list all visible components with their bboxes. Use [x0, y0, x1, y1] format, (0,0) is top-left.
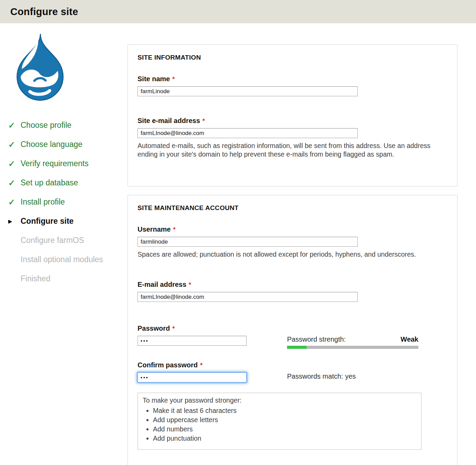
password-strength-wrap: Password strength: Weak [287, 325, 418, 349]
configure-site-form: SITE INFORMATION Site name* Site e-mail … [127, 23, 457, 465]
current-step-arrow-icon: ▶ [8, 217, 21, 225]
install-steps: ✓ Choose profile ✓ Choose language ✓ Ver… [8, 121, 127, 283]
page-header: Configure site [0, 0, 476, 23]
suggestion-item: Add uppercase letters [153, 416, 416, 424]
step-install-profile: ✓ Install profile [8, 198, 127, 206]
password-suggestions-list: Make it at least 6 characters Add upperc… [143, 407, 416, 442]
step-choose-profile: ✓ Choose profile [8, 121, 127, 129]
required-marker: * [200, 362, 203, 369]
content: ✓ Choose profile ✓ Choose language ✓ Ver… [0, 23, 476, 465]
required-marker: * [189, 281, 191, 288]
password-suggestions-title: To make your password stronger: [143, 396, 416, 404]
suggestion-item: Make it at least 6 characters [153, 407, 416, 415]
password-strength-indicator: Password strength: Weak [287, 335, 418, 349]
site-name-input[interactable] [138, 86, 358, 96]
confirm-password-row: Confirm password* Passwords match:yes [138, 361, 448, 382]
step-choose-language: ✓ Choose language [8, 140, 127, 148]
username-description: Spaces are allowed; punctuation is not a… [138, 250, 448, 259]
site-maintenance-heading: SITE MAINTENANCE ACCOUNT [138, 204, 448, 212]
account-email-label: E-mail address* [138, 281, 448, 289]
password-suggestions-box: To make your password stronger: Make it … [138, 393, 421, 450]
step-label: Choose language [21, 140, 82, 148]
step-install-optional-modules: Install optional modules [8, 256, 127, 264]
step-set-up-database: ✓ Set up database [8, 179, 127, 187]
passwords-match-status: Passwords match:yes [287, 372, 418, 380]
suggestion-item: Add numbers [153, 425, 416, 433]
step-label: Set up database [21, 179, 78, 187]
step-configure-farmos: Configure farmOS [8, 236, 127, 244]
required-marker: * [173, 226, 176, 233]
password-label: Password* [138, 325, 287, 332]
suggestion-item: Add punctuation [153, 435, 416, 442]
page-title: Configure site [10, 6, 78, 17]
site-email-label: Site e-mail address* [138, 117, 448, 125]
account-email-input[interactable] [138, 292, 358, 302]
step-label: Install profile [21, 198, 65, 206]
passwords-match-wrap: Passwords match:yes [287, 361, 418, 382]
check-icon: ✓ [8, 160, 21, 168]
site-maintenance-account-section: SITE MAINTENANCE ACCOUNT Username* Space… [128, 195, 457, 465]
password-input[interactable] [138, 336, 247, 346]
step-label: Verify requirements [21, 160, 88, 168]
step-finished: Finished [8, 275, 127, 283]
confirm-password-label: Confirm password* [138, 361, 287, 369]
password-field-wrap: Password* [138, 325, 287, 349]
required-marker: * [202, 118, 205, 124]
step-label: Finished [21, 275, 50, 283]
site-name-label: Site name* [138, 75, 448, 83]
passwords-match-label: Passwords match: [287, 372, 343, 380]
required-marker: * [172, 76, 175, 83]
username-input[interactable] [138, 237, 358, 247]
username-label: Username* [138, 225, 448, 233]
password-strength-label: Password strength: [287, 335, 346, 343]
step-configure-site: ▶ Configure site [8, 217, 127, 225]
sidebar: ✓ Choose profile ✓ Choose language ✓ Ver… [0, 23, 127, 465]
password-area: Password* Password strength: Weak [138, 325, 448, 382]
confirm-password-input[interactable] [138, 372, 247, 382]
site-information-section: SITE INFORMATION Site name* Site e-mail … [128, 45, 457, 186]
site-email-input[interactable] [138, 128, 358, 138]
required-marker: * [172, 325, 175, 332]
passwords-match-value: yes [345, 372, 356, 380]
site-information-heading: SITE INFORMATION [138, 54, 448, 61]
site-email-description: Automated e-mails, such as registration … [138, 142, 448, 159]
step-label: Configure farmOS [21, 236, 84, 244]
password-strength-bar [287, 346, 418, 349]
password-row: Password* Password strength: Weak [138, 325, 448, 349]
confirm-password-field-wrap: Confirm password* [138, 361, 287, 382]
step-label: Install optional modules [21, 256, 103, 264]
password-strength-bar-fill [287, 346, 307, 349]
check-icon: ✓ [8, 121, 21, 129]
drupal-logo [7, 33, 72, 103]
check-icon: ✓ [8, 179, 21, 187]
step-label: Choose profile [21, 121, 71, 129]
step-label: Configure site [21, 217, 74, 225]
password-strength-value: Weak [401, 335, 418, 343]
check-icon: ✓ [8, 198, 21, 206]
check-icon: ✓ [8, 140, 21, 148]
step-verify-requirements: ✓ Verify requirements [8, 160, 127, 168]
